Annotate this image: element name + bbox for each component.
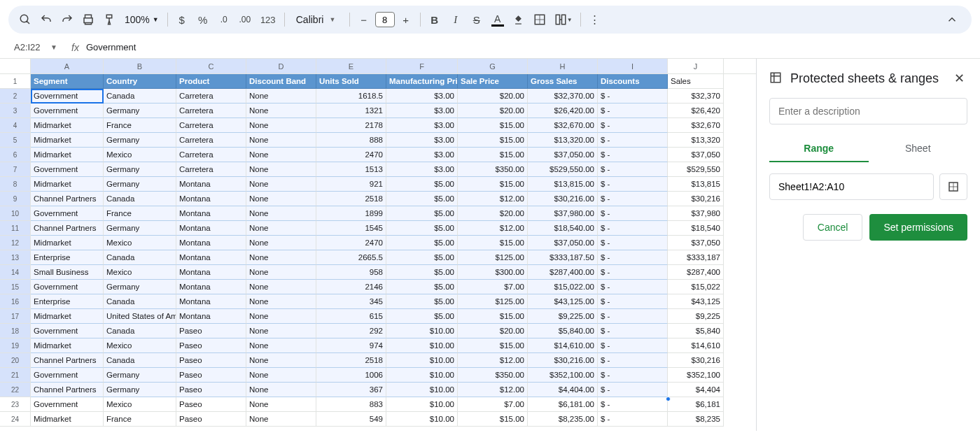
font-size-decrease[interactable]: − [354, 10, 374, 29]
header-cell[interactable]: Product [176, 74, 246, 89]
cell[interactable]: None [246, 412, 316, 427]
cell[interactable]: $ - [598, 192, 668, 206]
toolbar-collapse-icon[interactable] [942, 10, 962, 29]
cell[interactable]: 2178 [316, 118, 386, 133]
cell[interactable]: None [246, 177, 316, 192]
cell[interactable]: Canada [104, 324, 176, 338]
cell[interactable]: Montana [176, 265, 246, 280]
cell[interactable]: $5.00 [386, 236, 458, 250]
cell[interactable]: None [246, 265, 316, 280]
cell[interactable]: 2665.5 [316, 250, 386, 265]
cell[interactable]: Paseo [176, 338, 246, 353]
cell[interactable]: $300.00 [458, 265, 528, 280]
row-header[interactable]: 14 [0, 265, 31, 280]
cell[interactable]: $32,670 [668, 118, 724, 133]
cell[interactable]: $287,400 [668, 265, 724, 280]
cell[interactable]: 1899 [316, 206, 386, 221]
cell[interactable]: $6,181.00 [528, 397, 598, 412]
cell[interactable]: Canada [104, 250, 176, 265]
row-header[interactable]: 22 [0, 383, 31, 397]
cell[interactable]: 2470 [316, 236, 386, 250]
row-header[interactable]: 2 [0, 89, 31, 104]
row-header[interactable]: 24 [0, 412, 31, 427]
cell[interactable]: United States of Ameri [104, 309, 176, 324]
cell[interactable]: $333,187 [668, 250, 724, 265]
redo-icon[interactable] [57, 10, 77, 29]
cell[interactable]: None [246, 397, 316, 412]
strikethrough-icon[interactable]: S [467, 10, 486, 29]
cell[interactable]: Carretera [176, 118, 246, 133]
cell[interactable]: $37,050.00 [528, 148, 598, 162]
cell[interactable]: $12.00 [458, 353, 528, 368]
cell[interactable]: $ - [598, 148, 668, 162]
cell[interactable]: Germany [104, 104, 176, 118]
cell[interactable]: $10.00 [386, 397, 458, 412]
cell[interactable]: 367 [316, 383, 386, 397]
cell[interactable]: $4,404 [668, 383, 724, 397]
cell[interactable]: Midmarket [31, 236, 104, 250]
cell[interactable]: $ - [598, 309, 668, 324]
cell[interactable]: $5.00 [386, 221, 458, 236]
cell[interactable]: Germany [104, 221, 176, 236]
cell[interactable]: 921 [316, 177, 386, 192]
undo-icon[interactable] [36, 10, 56, 29]
cell[interactable]: $3.00 [386, 133, 458, 148]
close-icon[interactable]: ✕ [951, 70, 967, 87]
cell[interactable]: Mexico [104, 265, 176, 280]
cell[interactable]: $7.00 [458, 397, 528, 412]
cell[interactable]: $43,125 [668, 294, 724, 309]
more-options-icon[interactable]: ⋮ [585, 10, 605, 29]
col-header-B[interactable]: B [104, 59, 176, 73]
cell[interactable]: $ - [598, 89, 668, 104]
cell[interactable]: $352,100.00 [528, 368, 598, 383]
cell[interactable]: Mexico [104, 236, 176, 250]
cell[interactable]: $ - [598, 397, 668, 412]
cell[interactable]: $7.00 [458, 280, 528, 294]
cell[interactable]: $30,216 [668, 353, 724, 368]
cell[interactable]: $ - [598, 236, 668, 250]
cell[interactable]: Channel Partners [31, 221, 104, 236]
cell[interactable]: Paseo [176, 324, 246, 338]
set-permissions-button[interactable]: Set permissions [869, 214, 967, 241]
cell[interactable]: $4,404.00 [528, 383, 598, 397]
cell[interactable]: $15.00 [458, 133, 528, 148]
formula-content[interactable]: Government [86, 42, 136, 52]
cell[interactable]: $3.00 [386, 89, 458, 104]
cell[interactable]: $ - [598, 104, 668, 118]
increase-decimal-icon[interactable]: .00 [235, 10, 255, 29]
decrease-decimal-icon[interactable]: .0 [214, 10, 234, 29]
cell[interactable]: 974 [316, 338, 386, 353]
cell[interactable]: $ - [598, 294, 668, 309]
cell[interactable]: Paseo [176, 368, 246, 383]
header-cell[interactable]: Gross Sales [528, 74, 598, 89]
cell[interactable]: $20.00 [458, 89, 528, 104]
cell[interactable]: Mexico [104, 148, 176, 162]
cell[interactable]: $5.00 [386, 280, 458, 294]
cell[interactable]: $9,225.00 [528, 309, 598, 324]
row-header[interactable]: 23 [0, 397, 31, 412]
cell[interactable]: Government [31, 397, 104, 412]
col-header-I[interactable]: I [598, 59, 668, 73]
cell[interactable]: Channel Partners [31, 353, 104, 368]
tab-sheet[interactable]: Sheet [869, 136, 968, 162]
cell[interactable]: Channel Partners [31, 192, 104, 206]
cell[interactable]: Canada [104, 192, 176, 206]
col-header-E[interactable]: E [316, 59, 386, 73]
cell[interactable]: None [246, 368, 316, 383]
cell[interactable]: $ - [598, 177, 668, 192]
cell[interactable]: 2518 [316, 353, 386, 368]
cell[interactable]: Montana [176, 280, 246, 294]
cell[interactable]: Paseo [176, 412, 246, 427]
cell[interactable]: $15.00 [458, 118, 528, 133]
row-header[interactable]: 1 [0, 74, 31, 89]
cell[interactable]: $15,022.00 [528, 280, 598, 294]
cell[interactable]: $14,610 [668, 338, 724, 353]
cell[interactable]: None [246, 353, 316, 368]
cell[interactable]: $3.00 [386, 162, 458, 177]
select-range-icon[interactable] [939, 173, 967, 200]
cell[interactable]: France [104, 412, 176, 427]
cell[interactable]: $15.00 [458, 236, 528, 250]
cell[interactable]: $9,225 [668, 309, 724, 324]
merge-cells-icon[interactable]: ▼ [551, 10, 576, 29]
cell[interactable]: 2146 [316, 280, 386, 294]
